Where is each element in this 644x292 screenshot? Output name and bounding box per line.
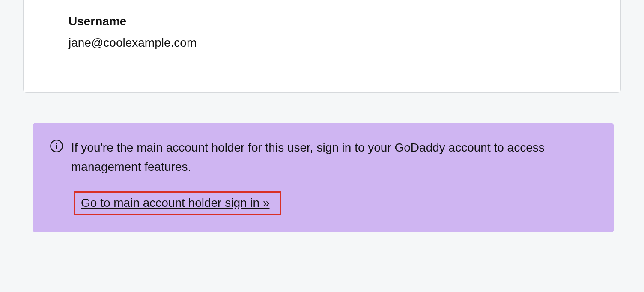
info-banner: If you're the main account holder for th… <box>33 123 614 232</box>
username-value: jane@coolexample.com <box>69 36 620 50</box>
highlighted-link-box: Go to main account holder sign in » <box>74 191 281 215</box>
user-info-card: Username jane@coolexample.com <box>23 0 621 93</box>
svg-point-2 <box>56 143 57 144</box>
info-banner-top: If you're the main account holder for th… <box>50 138 597 177</box>
main-account-signin-link[interactable]: Go to main account holder sign in » <box>81 196 269 209</box>
username-label: Username <box>69 15 620 28</box>
info-banner-text: If you're the main account holder for th… <box>71 138 597 177</box>
info-icon <box>50 139 63 153</box>
